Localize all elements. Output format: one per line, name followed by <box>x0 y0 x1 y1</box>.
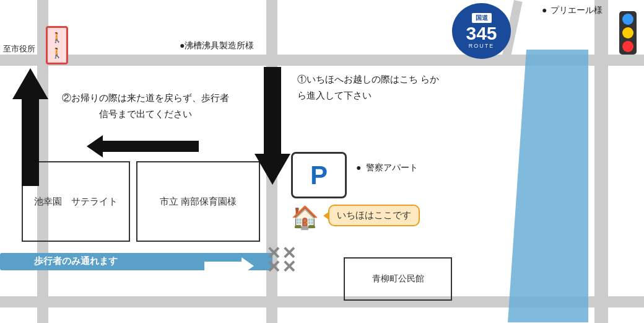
x-mark-4: ✕ <box>282 257 296 277</box>
parking-box: P <box>291 152 347 198</box>
label-pedestrian-only: 歩行者のみ通れます <box>34 255 118 267</box>
instruction-1: ①いちほへお越しの際はこち らから進入して下さい <box>297 71 440 103</box>
arrow-down <box>255 67 290 191</box>
building-aoyagi: 青柳町公民館 <box>344 257 452 301</box>
arrow-left-body <box>103 141 199 152</box>
label-keisatsu: 警察アパート <box>356 162 418 174</box>
arrow-down-body <box>264 67 281 154</box>
traffic-light-blue <box>622 14 633 25</box>
label-furitsu: ●沸槽沸具製造所様 <box>180 40 254 51</box>
traffic-light-yellow <box>622 27 633 38</box>
route-number: 345 <box>466 24 497 43</box>
building-shiritsu: 市立 南部保育園様 <box>136 161 260 242</box>
traffic-light-red <box>622 41 633 52</box>
arrow-left-head <box>87 135 103 157</box>
arrow-left <box>87 135 199 157</box>
label-priell: プリエール様 <box>542 5 603 16</box>
arrow-ped-body <box>204 262 242 270</box>
arrow-up-body <box>22 99 39 186</box>
road-right-vertical <box>594 0 608 323</box>
parking-p-icon: P <box>310 161 328 190</box>
ped-signal-red: 🚶 <box>51 32 63 43</box>
instruction-2: ②お帰りの際は来た道を戻らず、歩行者 信号まで出てください <box>62 90 229 122</box>
pedestrian-signal: 🚶 🚶 <box>46 26 68 64</box>
arrow-up <box>12 68 48 192</box>
arrow-up-head <box>12 68 48 99</box>
route-top-text: 国道 <box>472 13 492 23</box>
x-mark-2: ✕ <box>266 257 281 277</box>
label-shiyakusho: 至市役所 <box>3 43 35 55</box>
house-icon: 🏠 <box>291 205 319 231</box>
route-bottom-text: ROUTE <box>469 43 495 49</box>
ped-signal-green: 🚶 <box>51 47 63 59</box>
ichiho-bubble: いちほはここです <box>328 205 420 226</box>
arrow-ped-head <box>242 257 254 275</box>
arrow-down-head <box>255 154 290 185</box>
map-container: 池幸園 サテライト 市立 南部保育園様 青柳町公民館 P 🏠 いちほはここです … <box>0 0 644 323</box>
route-sign: 国道 345 ROUTE <box>452 3 511 59</box>
traffic-light <box>619 11 637 55</box>
arrow-pedestrian-right <box>204 257 254 275</box>
river <box>508 50 588 322</box>
